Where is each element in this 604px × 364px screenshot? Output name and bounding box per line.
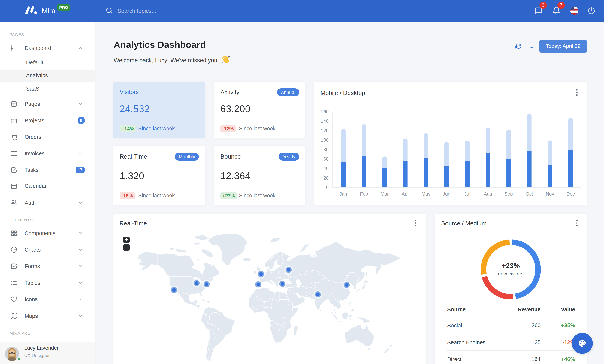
svg-text:Oct: Oct (526, 191, 533, 196)
svg-text:Nov: Nov (546, 191, 554, 196)
svg-text:60: 60 (323, 156, 329, 162)
svg-text:140: 140 (321, 118, 329, 124)
svg-text:Jun: Jun (443, 191, 450, 196)
svg-text:Mar: Mar (381, 191, 389, 196)
svg-text:20: 20 (323, 175, 329, 180)
svg-text:May: May (421, 191, 430, 196)
svg-text:0: 0 (326, 185, 329, 190)
svg-text:Sep: Sep (504, 191, 513, 196)
svg-text:Feb: Feb (360, 191, 368, 196)
svg-text:40: 40 (323, 166, 329, 171)
svg-text:120: 120 (321, 128, 329, 133)
svg-text:160: 160 (321, 109, 329, 114)
svg-text:Dec: Dec (566, 191, 575, 196)
svg-text:Jan: Jan (340, 191, 347, 196)
svg-text:Aug: Aug (484, 191, 492, 196)
svg-text:80: 80 (323, 147, 329, 152)
svg-text:Apr: Apr (402, 191, 409, 196)
svg-text:Jul: Jul (464, 191, 470, 196)
svg-text:100: 100 (321, 137, 329, 143)
